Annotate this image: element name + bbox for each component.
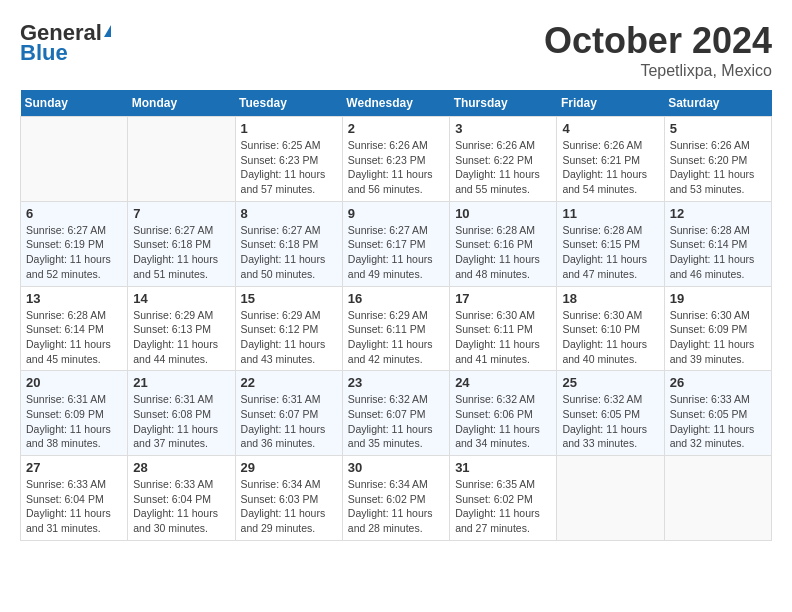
day-number: 30 bbox=[348, 460, 444, 475]
calendar-body: 1Sunrise: 6:25 AMSunset: 6:23 PMDaylight… bbox=[21, 117, 772, 541]
day-number: 12 bbox=[670, 206, 766, 221]
day-number: 29 bbox=[241, 460, 337, 475]
day-info: Sunrise: 6:29 AMSunset: 6:12 PMDaylight:… bbox=[241, 308, 337, 367]
calendar-day-cell: 27Sunrise: 6:33 AMSunset: 6:04 PMDayligh… bbox=[21, 456, 128, 541]
calendar-day-cell: 17Sunrise: 6:30 AMSunset: 6:11 PMDayligh… bbox=[450, 286, 557, 371]
calendar-day-cell: 5Sunrise: 6:26 AMSunset: 6:20 PMDaylight… bbox=[664, 117, 771, 202]
day-info: Sunrise: 6:29 AMSunset: 6:11 PMDaylight:… bbox=[348, 308, 444, 367]
calendar-day-cell: 23Sunrise: 6:32 AMSunset: 6:07 PMDayligh… bbox=[342, 371, 449, 456]
calendar-week-row: 1Sunrise: 6:25 AMSunset: 6:23 PMDaylight… bbox=[21, 117, 772, 202]
day-info: Sunrise: 6:31 AMSunset: 6:07 PMDaylight:… bbox=[241, 392, 337, 451]
day-number: 25 bbox=[562, 375, 658, 390]
calendar-day-cell: 21Sunrise: 6:31 AMSunset: 6:08 PMDayligh… bbox=[128, 371, 235, 456]
day-number: 14 bbox=[133, 291, 229, 306]
day-info: Sunrise: 6:32 AMSunset: 6:06 PMDaylight:… bbox=[455, 392, 551, 451]
day-info: Sunrise: 6:34 AMSunset: 6:03 PMDaylight:… bbox=[241, 477, 337, 536]
logo-arrow-icon bbox=[104, 25, 111, 37]
calendar-day-cell: 22Sunrise: 6:31 AMSunset: 6:07 PMDayligh… bbox=[235, 371, 342, 456]
calendar-day-cell: 14Sunrise: 6:29 AMSunset: 6:13 PMDayligh… bbox=[128, 286, 235, 371]
day-number: 15 bbox=[241, 291, 337, 306]
day-info: Sunrise: 6:31 AMSunset: 6:08 PMDaylight:… bbox=[133, 392, 229, 451]
weekday-header-cell: Saturday bbox=[664, 90, 771, 117]
weekday-header-cell: Sunday bbox=[21, 90, 128, 117]
day-info: Sunrise: 6:35 AMSunset: 6:02 PMDaylight:… bbox=[455, 477, 551, 536]
day-number: 31 bbox=[455, 460, 551, 475]
day-info: Sunrise: 6:30 AMSunset: 6:10 PMDaylight:… bbox=[562, 308, 658, 367]
weekday-header-cell: Monday bbox=[128, 90, 235, 117]
day-info: Sunrise: 6:28 AMSunset: 6:14 PMDaylight:… bbox=[670, 223, 766, 282]
calendar-day-cell: 31Sunrise: 6:35 AMSunset: 6:02 PMDayligh… bbox=[450, 456, 557, 541]
weekday-header-row: SundayMondayTuesdayWednesdayThursdayFrid… bbox=[21, 90, 772, 117]
calendar-day-cell: 30Sunrise: 6:34 AMSunset: 6:02 PMDayligh… bbox=[342, 456, 449, 541]
weekday-header-cell: Friday bbox=[557, 90, 664, 117]
day-number: 28 bbox=[133, 460, 229, 475]
calendar-day-cell: 28Sunrise: 6:33 AMSunset: 6:04 PMDayligh… bbox=[128, 456, 235, 541]
day-info: Sunrise: 6:26 AMSunset: 6:23 PMDaylight:… bbox=[348, 138, 444, 197]
calendar-day-cell: 15Sunrise: 6:29 AMSunset: 6:12 PMDayligh… bbox=[235, 286, 342, 371]
day-info: Sunrise: 6:30 AMSunset: 6:09 PMDaylight:… bbox=[670, 308, 766, 367]
day-info: Sunrise: 6:30 AMSunset: 6:11 PMDaylight:… bbox=[455, 308, 551, 367]
calendar-day-cell: 12Sunrise: 6:28 AMSunset: 6:14 PMDayligh… bbox=[664, 201, 771, 286]
location-title: Tepetlixpa, Mexico bbox=[544, 62, 772, 80]
day-number: 22 bbox=[241, 375, 337, 390]
day-info: Sunrise: 6:28 AMSunset: 6:14 PMDaylight:… bbox=[26, 308, 122, 367]
day-info: Sunrise: 6:27 AMSunset: 6:17 PMDaylight:… bbox=[348, 223, 444, 282]
day-number: 18 bbox=[562, 291, 658, 306]
day-number: 21 bbox=[133, 375, 229, 390]
logo: General Blue bbox=[20, 20, 111, 66]
day-number: 13 bbox=[26, 291, 122, 306]
day-info: Sunrise: 6:29 AMSunset: 6:13 PMDaylight:… bbox=[133, 308, 229, 367]
title-section: October 2024 Tepetlixpa, Mexico bbox=[544, 20, 772, 80]
calendar-day-cell: 13Sunrise: 6:28 AMSunset: 6:14 PMDayligh… bbox=[21, 286, 128, 371]
day-info: Sunrise: 6:26 AMSunset: 6:21 PMDaylight:… bbox=[562, 138, 658, 197]
calendar-day-cell: 25Sunrise: 6:32 AMSunset: 6:05 PMDayligh… bbox=[557, 371, 664, 456]
month-title: October 2024 bbox=[544, 20, 772, 62]
day-info: Sunrise: 6:32 AMSunset: 6:05 PMDaylight:… bbox=[562, 392, 658, 451]
day-number: 5 bbox=[670, 121, 766, 136]
calendar-week-row: 27Sunrise: 6:33 AMSunset: 6:04 PMDayligh… bbox=[21, 456, 772, 541]
weekday-header-cell: Tuesday bbox=[235, 90, 342, 117]
calendar-day-cell: 2Sunrise: 6:26 AMSunset: 6:23 PMDaylight… bbox=[342, 117, 449, 202]
calendar-day-cell: 3Sunrise: 6:26 AMSunset: 6:22 PMDaylight… bbox=[450, 117, 557, 202]
calendar-day-cell: 8Sunrise: 6:27 AMSunset: 6:18 PMDaylight… bbox=[235, 201, 342, 286]
day-info: Sunrise: 6:27 AMSunset: 6:18 PMDaylight:… bbox=[133, 223, 229, 282]
calendar-day-cell: 24Sunrise: 6:32 AMSunset: 6:06 PMDayligh… bbox=[450, 371, 557, 456]
day-number: 7 bbox=[133, 206, 229, 221]
calendar-day-cell: 11Sunrise: 6:28 AMSunset: 6:15 PMDayligh… bbox=[557, 201, 664, 286]
day-info: Sunrise: 6:32 AMSunset: 6:07 PMDaylight:… bbox=[348, 392, 444, 451]
calendar-week-row: 20Sunrise: 6:31 AMSunset: 6:09 PMDayligh… bbox=[21, 371, 772, 456]
calendar-day-cell: 19Sunrise: 6:30 AMSunset: 6:09 PMDayligh… bbox=[664, 286, 771, 371]
day-info: Sunrise: 6:28 AMSunset: 6:15 PMDaylight:… bbox=[562, 223, 658, 282]
day-info: Sunrise: 6:33 AMSunset: 6:04 PMDaylight:… bbox=[26, 477, 122, 536]
weekday-header-cell: Wednesday bbox=[342, 90, 449, 117]
calendar-day-cell: 18Sunrise: 6:30 AMSunset: 6:10 PMDayligh… bbox=[557, 286, 664, 371]
calendar-day-cell: 26Sunrise: 6:33 AMSunset: 6:05 PMDayligh… bbox=[664, 371, 771, 456]
day-info: Sunrise: 6:31 AMSunset: 6:09 PMDaylight:… bbox=[26, 392, 122, 451]
day-info: Sunrise: 6:34 AMSunset: 6:02 PMDaylight:… bbox=[348, 477, 444, 536]
calendar-day-cell: 1Sunrise: 6:25 AMSunset: 6:23 PMDaylight… bbox=[235, 117, 342, 202]
day-number: 23 bbox=[348, 375, 444, 390]
calendar-day-cell: 9Sunrise: 6:27 AMSunset: 6:17 PMDaylight… bbox=[342, 201, 449, 286]
day-number: 19 bbox=[670, 291, 766, 306]
day-number: 17 bbox=[455, 291, 551, 306]
day-info: Sunrise: 6:28 AMSunset: 6:16 PMDaylight:… bbox=[455, 223, 551, 282]
day-info: Sunrise: 6:33 AMSunset: 6:04 PMDaylight:… bbox=[133, 477, 229, 536]
day-number: 11 bbox=[562, 206, 658, 221]
calendar-week-row: 6Sunrise: 6:27 AMSunset: 6:19 PMDaylight… bbox=[21, 201, 772, 286]
day-number: 3 bbox=[455, 121, 551, 136]
calendar-day-cell: 29Sunrise: 6:34 AMSunset: 6:03 PMDayligh… bbox=[235, 456, 342, 541]
day-info: Sunrise: 6:26 AMSunset: 6:22 PMDaylight:… bbox=[455, 138, 551, 197]
calendar-table: SundayMondayTuesdayWednesdayThursdayFrid… bbox=[20, 90, 772, 541]
day-info: Sunrise: 6:26 AMSunset: 6:20 PMDaylight:… bbox=[670, 138, 766, 197]
calendar-day-cell: 4Sunrise: 6:26 AMSunset: 6:21 PMDaylight… bbox=[557, 117, 664, 202]
calendar-day-cell bbox=[664, 456, 771, 541]
day-number: 8 bbox=[241, 206, 337, 221]
day-number: 4 bbox=[562, 121, 658, 136]
logo-blue-text: Blue bbox=[20, 40, 68, 66]
page-header: General Blue October 2024 Tepetlixpa, Me… bbox=[20, 20, 772, 80]
day-info: Sunrise: 6:27 AMSunset: 6:19 PMDaylight:… bbox=[26, 223, 122, 282]
calendar-day-cell bbox=[557, 456, 664, 541]
day-info: Sunrise: 6:27 AMSunset: 6:18 PMDaylight:… bbox=[241, 223, 337, 282]
day-number: 20 bbox=[26, 375, 122, 390]
day-number: 2 bbox=[348, 121, 444, 136]
